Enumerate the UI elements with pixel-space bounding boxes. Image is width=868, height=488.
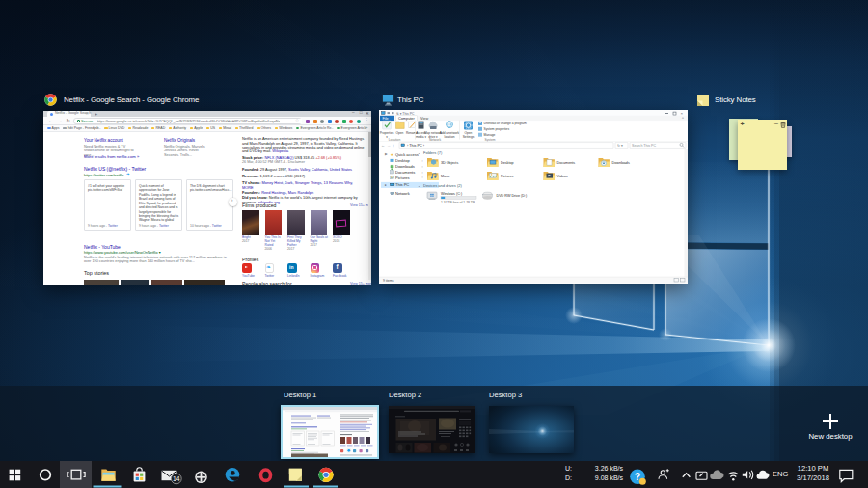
- svg-text:location: location: [445, 135, 455, 139]
- svg-text:⋆: ⋆: [421, 171, 423, 175]
- svg-text:⌄: ⌄: [418, 151, 420, 155]
- svg-text:⋆: ⋆: [421, 165, 423, 169]
- svg-text:▶: ▶: [385, 152, 388, 156]
- svg-text:→: →: [387, 143, 391, 148]
- svg-text:Location: Location: [389, 138, 401, 142]
- svg-text:DVD RW Drive (D:): DVD RW Drive (D:): [497, 194, 528, 198]
- svg-text:Pictures: Pictures: [501, 175, 513, 178]
- svg-text:↑: ↑: [393, 143, 394, 148]
- svg-text:←: ←: [381, 143, 385, 148]
- svg-text:Computer: Computer: [398, 117, 415, 121]
- svg-text:media ▾: media ▾: [416, 135, 427, 139]
- svg-text:Music: Music: [441, 175, 450, 178]
- svg-text:9 items: 9 items: [383, 279, 394, 283]
- svg-text:Manage: Manage: [484, 133, 496, 137]
- svg-text:↻ ▾: ↻ ▾: [617, 144, 623, 148]
- svg-text:★: ★: [391, 152, 394, 157]
- svg-text:Pictures: Pictures: [395, 176, 409, 180]
- svg-text:Uninstall or change a program: Uninstall or change a program: [484, 122, 527, 125]
- svg-text:View: View: [420, 117, 428, 121]
- svg-text:Downloads: Downloads: [395, 165, 415, 170]
- svg-text:Documents: Documents: [557, 161, 576, 165]
- svg-text:⋆: ⋆: [421, 159, 423, 163]
- svg-text:Desktop: Desktop: [395, 159, 410, 164]
- svg-text:Settings: Settings: [463, 135, 475, 139]
- svg-text:Quick access: Quick access: [395, 152, 419, 157]
- svg-text:Desktop: Desktop: [501, 161, 514, 165]
- svg-text:Network: Network: [429, 138, 441, 142]
- svg-text:Videos: Videos: [557, 175, 568, 178]
- svg-text:System: System: [485, 138, 496, 142]
- svg-text:This PC: This PC: [395, 183, 409, 188]
- svg-text:1.37 TB free of 1.78 TB: 1.37 TB free of 1.78 TB: [441, 201, 475, 204]
- svg-text:⇅ ▾ This PC: ⇅ ▾ This PC: [396, 112, 415, 116]
- svg-text:▸: ▸: [385, 184, 387, 188]
- svg-text:^: ^: [682, 117, 684, 122]
- svg-text:Windows (C:): Windows (C:): [441, 192, 462, 196]
- svg-text:14: 14: [173, 475, 180, 482]
- svg-text:› This PC ›: › This PC ›: [407, 145, 425, 149]
- svg-text:3D Objects: 3D Objects: [441, 161, 458, 165]
- svg-text:Network: Network: [395, 191, 410, 196]
- svg-text:Open: Open: [396, 131, 404, 135]
- svg-text:⌄: ⌄: [418, 184, 420, 188]
- svg-text:Folders (7): Folders (7): [423, 150, 443, 155]
- svg-text:Search This PC: Search This PC: [632, 144, 657, 148]
- svg-text:Documents: Documents: [395, 170, 415, 175]
- svg-text:Downloads: Downloads: [612, 161, 630, 165]
- svg-text:⋆: ⋆: [421, 176, 423, 180]
- svg-text:Devices and drives (2): Devices and drives (2): [423, 183, 462, 188]
- svg-text:File: File: [383, 117, 389, 121]
- svg-text:System properties: System properties: [484, 127, 510, 131]
